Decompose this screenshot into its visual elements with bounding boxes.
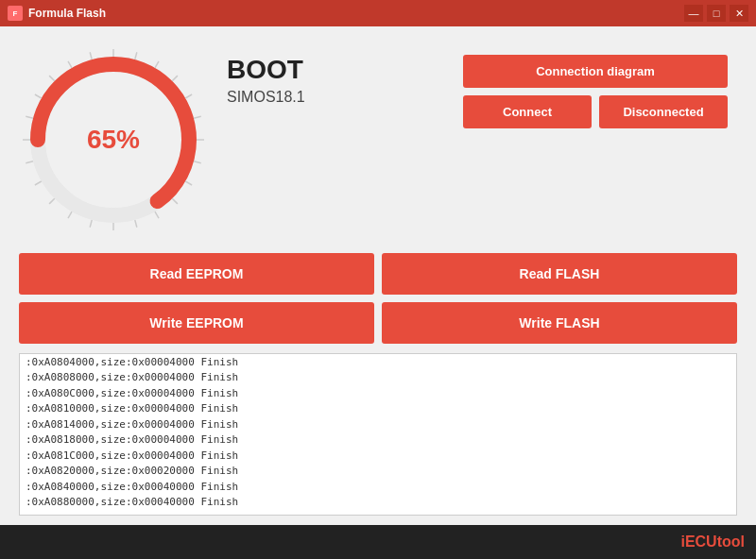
- maximize-button[interactable]: □: [707, 5, 726, 22]
- main-content: 65% BOOT SIMOS18.1 Connection diagram Co…: [0, 26, 756, 559]
- ecu-info: BOOT SIMOS18.1: [227, 55, 444, 106]
- log-line: :0xA0810000,size:0x00004000 Finish: [26, 401, 730, 417]
- write-eeprom-button[interactable]: Write EEPROM: [19, 302, 374, 344]
- svg-line-16: [185, 181, 192, 185]
- svg-line-7: [90, 52, 92, 59]
- minimize-button[interactable]: —: [684, 5, 703, 22]
- svg-line-4: [35, 94, 42, 98]
- log-area[interactable]: Read sector07/32.Address:0xA0018000,size…: [19, 353, 737, 516]
- title-bar-left: F Formula Flash: [8, 6, 106, 21]
- brand-suffix: tool: [717, 534, 745, 550]
- app-title: Formula Flash: [28, 7, 106, 20]
- svg-line-25: [26, 161, 33, 163]
- top-section: 65% BOOT SIMOS18.1 Connection diagram Co…: [0, 26, 756, 244]
- svg-line-23: [49, 198, 55, 204]
- log-line: :0xA0814000,size:0x00004000 Finish: [26, 417, 730, 433]
- read-flash-button[interactable]: Read FLASH: [382, 253, 737, 295]
- svg-line-11: [172, 76, 178, 81]
- action-row-1: Read EEPROM Read FLASH: [19, 253, 737, 295]
- log-line: :0xA081C000,size:0x00004000 Finish: [26, 449, 730, 465]
- progress-percent: 65%: [87, 125, 140, 155]
- disconnected-button[interactable]: Disconnected: [599, 95, 728, 128]
- svg-line-12: [185, 94, 192, 98]
- write-flash-button[interactable]: Write FLASH: [382, 302, 737, 344]
- bottom-bar: iECUtool: [0, 525, 756, 559]
- app-icon: F: [8, 6, 23, 21]
- ecu-subtitle: SIMOS18.1: [227, 89, 444, 106]
- close-button[interactable]: ✕: [730, 5, 748, 22]
- connect-button[interactable]: Connect: [463, 95, 592, 128]
- title-bar: F Formula Flash — □ ✕: [0, 0, 756, 26]
- svg-line-21: [90, 220, 92, 228]
- info-controls: BOOT SIMOS18.1 Connection diagram Connec…: [227, 45, 728, 128]
- window-controls: — □ ✕: [684, 5, 748, 22]
- ecu-title: BOOT: [227, 55, 444, 85]
- right-controls: Connection diagram Connect Disconnected: [463, 55, 728, 128]
- svg-line-24: [35, 181, 42, 185]
- log-line: :0xA0804000,size:0x00004000 Finish: [26, 355, 730, 371]
- svg-line-15: [194, 161, 201, 163]
- connection-diagram-button[interactable]: Connection diagram: [463, 55, 728, 88]
- svg-line-10: [155, 61, 159, 68]
- svg-line-5: [49, 76, 55, 81]
- svg-line-13: [194, 116, 201, 118]
- progress-container: 65%: [19, 45, 208, 234]
- svg-line-19: [135, 220, 137, 228]
- svg-line-6: [68, 61, 72, 68]
- svg-line-3: [26, 116, 33, 118]
- svg-line-22: [68, 212, 72, 218]
- log-line: :0xA0820000,size:0x00020000 Finish: [26, 464, 730, 480]
- svg-line-9: [135, 52, 137, 59]
- log-line: :0xA0840000,size:0x00040000 Finish: [26, 480, 730, 496]
- action-section: Read EEPROM Read FLASH Write EEPROM Writ…: [0, 253, 756, 353]
- log-line: :0xA0818000,size:0x00004000 Finish: [26, 432, 730, 449]
- log-line: :0xA0880000,size:0x00040000 Finish: [26, 495, 730, 511]
- log-line: :0xA0808000,size:0x00004000 Finish: [26, 370, 730, 386]
- connect-row: Connect Disconnected: [463, 95, 728, 128]
- log-line: :0xA080C000,size:0x00004000 Finish: [26, 386, 730, 402]
- read-eeprom-button[interactable]: Read EEPROM: [19, 253, 374, 295]
- brand-prefix: iECU: [680, 534, 716, 550]
- svg-line-17: [172, 198, 178, 204]
- svg-line-18: [155, 212, 159, 218]
- brand-text: iECUtool: [680, 534, 745, 551]
- action-row-2: Write EEPROM Write FLASH: [19, 302, 737, 344]
